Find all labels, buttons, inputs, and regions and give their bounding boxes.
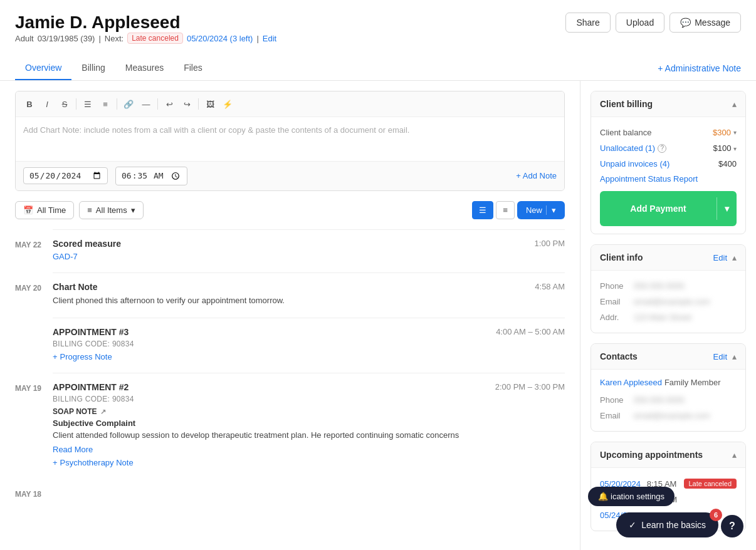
undo-button[interactable]: ↩ [162,96,177,112]
phone-label: Phone [600,281,626,291]
email-label: Email [600,297,626,306]
toolbar-separator-3 [157,98,158,110]
chevron-down-icon [131,205,135,215]
chart-note-entry: Chart Note 4:58 AM Client phoned this af… [53,272,565,318]
unpaid-invoices-link[interactable]: Unpaid invoices (4) [600,159,669,169]
notification-settings-bar[interactable]: 🔔 ication settings [588,487,675,506]
upcoming-toggle[interactable] [732,450,737,460]
chart-note-title: Chart Note [53,282,98,292]
client-info-body: Phone 555-555-5555 Email email@example.c… [591,271,745,333]
contacts-body: Karen Appleseed Family Member Phone 555-… [591,370,745,431]
new-button-arrow[interactable]: ▾ [546,205,556,215]
client-info-header: Client info Edit [591,245,745,271]
share-button[interactable]: Share [565,13,610,33]
phone-row: Phone 555-555-5555 [600,278,737,294]
contact-email-row: Email email@example.com [600,408,737,423]
add-payment-arrow[interactable]: ▾ [717,197,737,220]
learn-basics-button[interactable]: ✓ Learn the basics 6 [616,512,718,537]
grid-view-button[interactable]: ☰ [472,201,493,219]
unallocated-value: $100 [713,143,737,153]
contact-email-value: email@example.com [634,411,737,420]
patient-name: Jamie D. Appleseed [15,13,276,33]
contacts-edit[interactable]: Edit [713,352,727,361]
contacts-header: Contacts Edit [591,344,745,370]
next-date-link[interactable]: 05/20/2024 (3 left) [187,34,253,43]
tab-measures[interactable]: Measures [115,56,174,80]
timeline-entries-may19: APPOINTMENT #2 2:00 PM – 3:00 PM BILLING… [53,373,565,476]
image-button[interactable]: 🖼 [202,96,218,112]
contacts-toggle[interactable] [732,351,737,361]
read-more-link[interactable]: Read More [53,445,93,454]
ordered-list-button[interactable]: ≡ [98,96,113,112]
divider-button[interactable]: — [139,96,154,112]
appt2-time: 2:00 PM – 3:00 PM [495,382,565,392]
editor-toolbar: B I S ☰ ≡ 🔗 — ↩ ↪ 🖼 ⚡ [16,91,564,117]
client-info-title: Client info [600,252,643,262]
toolbar-separator-4 [198,98,199,110]
new-button[interactable]: New ▾ [517,201,565,219]
contact-name[interactable]: Karen Appleseed [600,378,662,387]
bold-button[interactable]: B [22,96,37,112]
client-info-edit[interactable]: Edit [713,253,727,262]
email-row: Email email@example.com [600,294,737,309]
age-label: Adult [15,34,34,43]
editor-placeholder: Add Chart Note: include notes from a cal… [23,125,409,135]
client-info-section: Client info Edit Phone 555-555-5555 Emai… [591,244,746,333]
italic-button[interactable]: I [39,96,55,112]
add-progress-note-button[interactable]: + Progress Note [53,352,565,361]
add-psychotherapy-note-button[interactable]: + Psychotherapy Note [53,458,565,467]
all-items-filter[interactable]: ≡ All Items [79,201,143,219]
message-button[interactable]: 💬 Message [669,13,741,33]
patient-meta: Adult 03/19/1985 (39) | Next: Late cance… [15,33,276,44]
timeline-group-may20: MAY 20 Chart Note 4:58 AM Client phoned … [15,272,565,371]
edit-link[interactable]: Edit [263,34,276,43]
appointment-status-link[interactable]: Appointment Status Report [600,172,737,186]
unpaid-invoices-row: Unpaid invoices (4) $400 [600,156,737,172]
upload-button[interactable]: Upload [616,13,664,33]
contact-phone-value: 555-555-5555 [634,395,737,405]
upcoming-title: Upcoming appointments [600,450,703,460]
unallocated-dropdown-icon[interactable] [733,145,737,152]
timeline-group-may22: MAY 22 Scored measure 1:00 PM GAD-7 [15,229,565,270]
client-billing-section: Client billing Client balance $300 Unall… [591,91,746,234]
learn-badge: 6 [710,509,722,521]
soap-text: Client attended followup session to deve… [53,429,565,442]
tab-files[interactable]: Files [174,56,213,80]
add-payment-button[interactable]: Add Payment ▾ [600,191,737,226]
billing-toggle[interactable] [732,99,737,109]
appointment2-entry: APPOINTMENT #2 2:00 PM – 3:00 PM BILLING… [53,373,565,476]
bullet-list-button[interactable]: ☰ [80,96,95,112]
unallocated-link[interactable]: Unallocated (1) ? [600,143,666,153]
all-time-filter[interactable]: 📅 All Time [15,201,74,219]
entry-time: 1:00 PM [535,239,565,248]
date-input[interactable] [23,167,108,184]
client-balance-row: Client balance $300 [600,125,737,140]
help-button[interactable]: ? [721,515,743,537]
list-view-button[interactable]: ≡ [496,201,515,219]
check-icon: ✓ [629,520,636,530]
billing-section-header: Client billing [591,91,745,117]
appt3-time: 4:00 AM – 5:00 AM [496,327,565,336]
lightning-button[interactable]: ⚡ [220,96,235,112]
timeline-entries-may20: Chart Note 4:58 AM Client phoned this af… [53,272,565,371]
tab-billing[interactable]: Billing [71,56,115,80]
add-note-button[interactable]: + Add Note [516,171,557,180]
time-input[interactable] [115,167,187,185]
plus-icon-2: + [53,458,58,467]
info-icon[interactable]: ? [658,144,666,153]
tab-overview[interactable]: Overview [15,56,71,80]
client-info-toggle[interactable] [732,252,737,262]
upcoming-header: Upcoming appointments [591,442,745,468]
link-button[interactable]: 🔗 [121,96,136,112]
redo-button[interactable]: ↪ [179,96,194,112]
view-buttons: ☰ ≡ New ▾ [472,201,565,219]
left-panel: B I S ☰ ≡ 🔗 — ↩ ↪ 🖼 ⚡ Add [0,81,580,550]
message-icon: 💬 [680,18,691,28]
billing-body: Client balance $300 Unallocated (1) ? $1… [591,117,745,234]
admin-note-button[interactable]: + Administrative Note [658,58,741,78]
gad7-link[interactable]: GAD-7 [53,252,78,261]
strikethrough-button[interactable]: S [57,96,72,112]
balance-dropdown-icon[interactable] [733,129,737,136]
editor-body[interactable]: Add Chart Note: include notes from a cal… [16,117,564,161]
dob: 03/19/1985 (39) [38,34,95,43]
